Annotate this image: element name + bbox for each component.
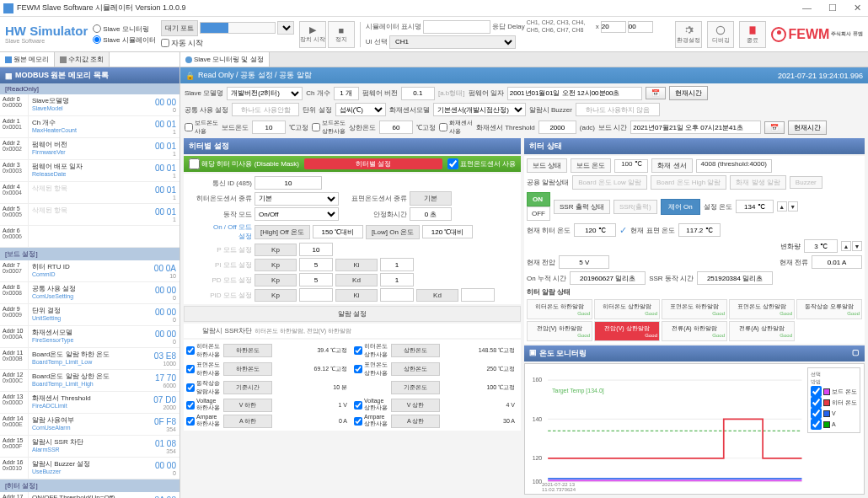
addr-row[interactable]: Addr 110x000B Board온도 알람 하한 온도BoardTemp_… <box>0 348 179 370</box>
heater-state-header: 히터 상태 <box>524 138 865 154</box>
fw-ver[interactable] <box>401 87 435 100</box>
close-icon[interactable]: ✕ <box>850 3 865 13</box>
alarm-check[interactable]: Ampare 상한사용 <box>354 414 388 428</box>
addr-row[interactable]: Addr 60x0006 <box>0 226 179 248</box>
display-name-label: 시뮬레이터 표시명 <box>366 22 421 31</box>
fire-check[interactable]: 화재센서 사용 <box>439 119 473 136</box>
addr-row[interactable]: Addr 90x0009 단위 결정UnitSetting 00 000 <box>0 304 179 326</box>
debug-button[interactable]: 디버깅 <box>707 21 734 48</box>
autostart-check[interactable]: 자동 시작 <box>161 38 294 49</box>
display-name-input[interactable] <box>423 20 490 34</box>
pid-ki[interactable] <box>380 288 414 302</box>
ui-select[interactable]: CH1 <box>389 35 516 49</box>
stable-time[interactable] <box>410 207 452 221</box>
app-sub: Slave Software <box>5 38 88 44</box>
addr-row[interactable]: Addr 130x000D 화재센서 ThresholdFireADCLimit… <box>0 392 179 414</box>
surface-sensor-check[interactable]: 표면온도센서 사용 <box>447 158 516 169</box>
tab-slave-monitor[interactable]: Slave 모니터링 및 설정 <box>180 52 270 67</box>
calendar2-button[interactable]: 📅 <box>764 121 785 134</box>
legend-board-check[interactable] <box>811 386 822 397</box>
mode-select[interactable]: On/Off <box>255 207 339 221</box>
pi-kp[interactable] <box>299 258 333 271</box>
comm-id[interactable] <box>255 176 322 190</box>
slave-model-select[interactable]: 개발버전(2히터) <box>227 87 303 100</box>
alarm-check[interactable]: Voltage 하한사용 <box>186 398 220 412</box>
addr-row[interactable]: Addr 00x0000 Slave모델명SlaveModel 00 000 <box>0 94 179 116</box>
addr-row[interactable]: Addr 160x0010 알람시 Buzzer 설정UseBuzzer 00 … <box>0 458 179 479</box>
addr-row[interactable]: Addr 140x000E 알람 사용여부ComUseAlarm 0F F835… <box>0 414 179 436</box>
bdtemp-low[interactable] <box>252 120 286 134</box>
pd-kd[interactable] <box>380 273 414 286</box>
pi-ki[interactable] <box>380 258 414 271</box>
radio-sim[interactable]: Slave 시뮬레이터 <box>93 35 155 45</box>
expand-icon[interactable]: ▢ <box>852 348 860 359</box>
now-button[interactable]: 현재시간 <box>669 86 708 100</box>
board-time[interactable] <box>630 120 761 134</box>
alarm-check[interactable]: Ampare 하한사용 <box>186 414 220 428</box>
alarm-check[interactable]: Voltage 상한사용 <box>354 398 388 412</box>
voltage <box>559 255 609 269</box>
off-button[interactable]: OFF <box>527 206 550 221</box>
addr-row[interactable]: Addr 80x0008 공통 사용 설정ComUseSetting 00 00… <box>0 282 179 304</box>
legend-v-check[interactable] <box>811 408 822 419</box>
unit-select[interactable]: 섭씨(℃) <box>335 103 386 116</box>
low-on[interactable] <box>422 225 473 238</box>
alarm-check[interactable]: 히터온도 하한사용 <box>186 342 220 359</box>
maximize-icon[interactable]: ☐ <box>825 3 840 13</box>
board-state-tab[interactable]: 보드 상태 <box>527 158 567 173</box>
calendar-button[interactable]: 📅 <box>646 87 666 99</box>
now2-button[interactable]: 현재시간 <box>788 120 827 135</box>
bdtop-check[interactable]: 보드온도 상한사용 <box>312 119 346 136</box>
addr-row[interactable]: Addr 40x0004 삭제된 항목 00 011 <box>0 182 179 204</box>
up-icon[interactable]: ▲ <box>777 201 787 212</box>
exit-button[interactable]: 종료 <box>739 21 766 48</box>
addr-row[interactable]: Addr 30x0003 펌웨어 배포 일자ReleaseDate 00 011 <box>0 160 179 182</box>
addr-row[interactable]: Addr 20x0002 펌웨어 버전FirmwareVer 00 011 <box>0 138 179 160</box>
port-progress <box>200 22 276 34</box>
alarm-check[interactable]: 표면온도 상한사용 <box>354 361 388 378</box>
minimize-icon[interactable]: — <box>799 3 815 13</box>
tab-values[interactable]: 수치값 조회 <box>55 52 110 67</box>
tab-memory[interactable]: 원본 메모리 <box>0 52 55 67</box>
radio-monitor[interactable]: Slave 모니터링 <box>93 24 155 34</box>
addr-row[interactable]: Addr 170x0011 ON/OFF Threshold(Up=Off)H_… <box>0 492 179 498</box>
heater-sensor-select[interactable]: 기본 <box>255 192 339 206</box>
room-temp[interactable] <box>379 120 413 134</box>
buzzer-setting[interactable] <box>576 103 660 116</box>
disable-mask-check[interactable]: 해당 히터 미사용 (Disable Mask) <box>189 158 299 169</box>
set-temp[interactable] <box>736 200 774 213</box>
addr-row[interactable]: Addr 100x000A 화재센서모델FireSensorType 00 00… <box>0 326 179 348</box>
pid-kd[interactable] <box>461 288 495 302</box>
control-on[interactable]: 제어 On <box>661 199 700 215</box>
pd-kp[interactable] <box>299 273 333 286</box>
env-settings-button[interactable]: 환경설정 <box>675 21 702 48</box>
fw-date[interactable] <box>507 87 642 100</box>
use-setting[interactable] <box>232 103 299 116</box>
fire-threshold[interactable] <box>538 120 576 134</box>
eq-spinner[interactable] <box>628 21 653 33</box>
stop-button[interactable]: ■정지 <box>328 21 355 48</box>
alarm-check[interactable]: 동작상승 알람사용 <box>186 379 220 396</box>
port-select[interactable] <box>277 21 294 35</box>
down2-icon[interactable]: ▼ <box>852 241 862 251</box>
x-spinner[interactable] <box>601 21 626 33</box>
alarm-check[interactable]: 표면온도 하한사용 <box>186 361 220 378</box>
high-off[interactable] <box>313 225 363 238</box>
addr-row[interactable]: Addr 120x000C Board온도 알람 상한 온도BoardTemp_… <box>0 370 179 392</box>
ch-count[interactable] <box>334 87 359 100</box>
up2-icon[interactable]: ▲ <box>841 241 851 251</box>
down-icon[interactable]: ▼ <box>788 201 798 212</box>
p-kp[interactable] <box>299 243 333 256</box>
pid-kp[interactable] <box>299 288 333 302</box>
legend-heater-check[interactable] <box>811 397 822 408</box>
addr-row[interactable]: Addr 70x0007 히터 RTU IDCommID 00 0A10 <box>0 260 179 282</box>
bdtemp-check[interactable]: 보드온도 사용 <box>185 119 218 136</box>
addr-row[interactable]: Addr 150x000F 알람시 SSR 차단AlarmSSR 01 0835… <box>0 436 179 458</box>
addr-row[interactable]: Addr 50x0005 삭제된 항목 00 011 <box>0 204 179 226</box>
on-button[interactable]: ON <box>527 192 550 206</box>
alarm-check[interactable]: 히터온도 상한사용 <box>354 342 388 359</box>
addr-row[interactable]: Addr 10x0001 Ch 개수MaxHeaterCount 00 011 <box>0 116 179 138</box>
legend-a-check[interactable] <box>811 419 822 430</box>
start-button[interactable]: ▶장치 시작 <box>299 21 326 48</box>
fire-select[interactable]: 기본센서(개발시점산정) <box>433 103 526 116</box>
